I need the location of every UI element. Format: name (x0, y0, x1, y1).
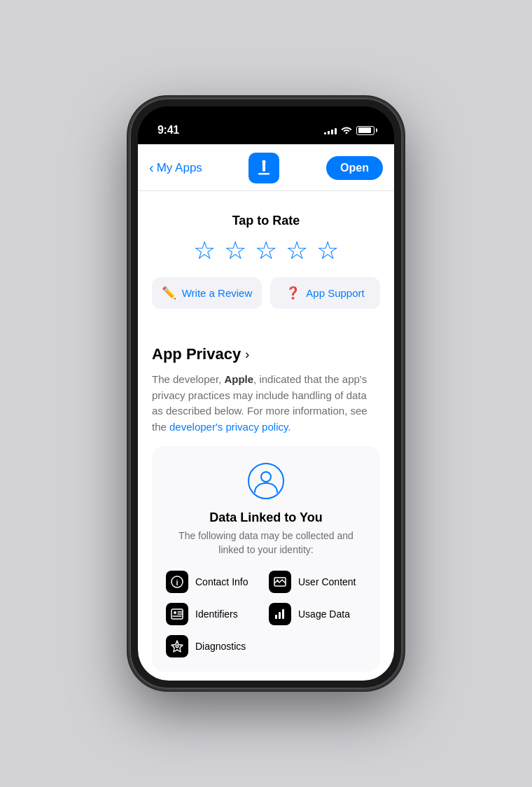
privacy-items-grid: i Contact Info (166, 571, 366, 657)
app-support-label: App Support (306, 287, 364, 299)
diagnostics-label: Diagnostics (195, 641, 246, 652)
data-linked-desc: The following data may be collected and … (166, 529, 366, 557)
status-icons (324, 125, 374, 136)
phone-screen: 9:41 (138, 106, 394, 681)
star-2[interactable]: ☆ (224, 238, 246, 263)
identifiers-label: Identifiers (195, 608, 238, 620)
privacy-description: The developer, Apple, indicated that the… (152, 372, 380, 435)
star-3[interactable]: ☆ (255, 238, 277, 263)
star-5[interactable]: ☆ (316, 238, 339, 263)
usage-data-label: Usage Data (298, 608, 350, 620)
svg-point-9 (276, 580, 279, 582)
svg-point-11 (174, 611, 176, 614)
svg-text:i: i (176, 578, 178, 587)
data-linked-title: Data Linked to You (166, 510, 366, 525)
write-review-button[interactable]: ✏️ Write a Review (152, 277, 262, 309)
signal-bar-4 (335, 128, 337, 134)
dynamic-island (224, 116, 308, 140)
status-time: 9:41 (158, 124, 179, 137)
privacy-item-identifiers: Identifiers (166, 603, 263, 625)
svg-point-19 (176, 646, 178, 647)
battery-icon (356, 126, 374, 135)
action-buttons: ✏️ Write a Review ❓ App Support (152, 277, 380, 309)
svg-rect-17 (282, 609, 284, 619)
rating-section: Tap to Rate ☆ ☆ ☆ ☆ ☆ ✏️ Write a Review (152, 208, 380, 340)
app-icon (248, 153, 279, 183)
open-button[interactable]: Open (326, 156, 383, 180)
app-content[interactable]: ‹ My Apps Open Tap to Rate (138, 144, 394, 681)
svg-rect-2 (258, 173, 270, 175)
privacy-title-text: App Privacy (152, 345, 241, 363)
stars-row[interactable]: ☆ ☆ ☆ ☆ ☆ (152, 238, 380, 263)
privacy-desc-1: The developer, (152, 373, 224, 385)
signal-bar-2 (328, 131, 330, 134)
signal-bar-3 (331, 130, 333, 134)
data-linked-icon (166, 463, 366, 502)
developer-name: Apple (224, 373, 253, 385)
signal-bar-1 (324, 132, 326, 134)
battery-fill (358, 127, 372, 133)
status-bar: 9:41 (138, 106, 394, 144)
svg-rect-15 (275, 615, 277, 619)
privacy-section: App Privacy › The developer, Apple, indi… (152, 340, 380, 681)
svg-point-3 (262, 160, 266, 164)
usage-data-icon (269, 603, 291, 625)
identifiers-icon (166, 603, 188, 625)
svg-point-5 (261, 472, 271, 482)
back-label: My Apps (157, 161, 202, 175)
privacy-card: Data Linked to You The following data ma… (152, 446, 380, 671)
privacy-chevron-icon: › (245, 347, 249, 362)
tap-to-rate-label: Tap to Rate (152, 214, 380, 228)
back-chevron-icon: ‹ (149, 160, 154, 176)
privacy-item-diagnostics: Diagnostics (166, 635, 263, 657)
contact-info-label: Contact Info (195, 576, 248, 587)
user-content-label: User Content (298, 576, 356, 587)
back-button[interactable]: ‹ My Apps (149, 160, 202, 176)
privacy-policy-link[interactable]: developer's privacy policy. (169, 421, 291, 433)
app-support-icon: ❓ (286, 286, 300, 300)
write-review-icon: ✏️ (162, 286, 176, 300)
privacy-item-usage-data: Usage Data (269, 603, 366, 625)
svg-rect-16 (279, 612, 281, 619)
phone-device: 9:41 (130, 98, 402, 689)
wifi-icon (341, 125, 352, 136)
write-review-label: Write a Review (182, 287, 253, 299)
signal-bars-icon (324, 126, 337, 134)
privacy-title[interactable]: App Privacy › (152, 345, 380, 363)
contact-info-icon: i (166, 571, 188, 593)
app-support-button[interactable]: ❓ App Support (270, 277, 380, 309)
scroll-content: Tap to Rate ☆ ☆ ☆ ☆ ☆ ✏️ Write a Review (138, 191, 394, 681)
user-content-icon (269, 571, 291, 593)
privacy-item-contact: i Contact Info (166, 571, 263, 593)
diagnostics-icon (166, 635, 188, 657)
navigation-bar: ‹ My Apps Open (138, 144, 394, 191)
star-1[interactable]: ☆ (193, 238, 216, 263)
privacy-item-user-content: User Content (269, 571, 366, 593)
star-4[interactable]: ☆ (286, 238, 308, 263)
